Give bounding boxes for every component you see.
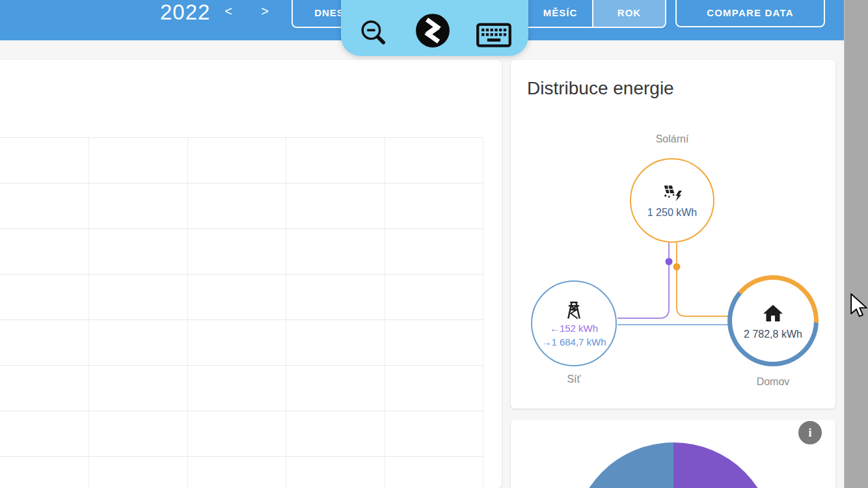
grid-vline bbox=[88, 137, 89, 488]
solar-to-home-line bbox=[677, 243, 731, 316]
period-button-year[interactable]: ROK bbox=[592, 0, 665, 27]
flow-dot-purple bbox=[666, 258, 673, 265]
grid-hline bbox=[0, 456, 483, 457]
remote-desktop-icon bbox=[415, 13, 450, 48]
home-label: Domov bbox=[727, 376, 819, 388]
arrow-left-icon: ← bbox=[550, 323, 560, 334]
previous-year-button[interactable]: < bbox=[219, 4, 238, 19]
grid-hline bbox=[0, 411, 483, 411]
keyboard-button[interactable] bbox=[476, 22, 511, 48]
card-title: Distribuce energie bbox=[527, 78, 674, 99]
info-icon: i bbox=[808, 426, 811, 440]
grid-node: ←152 kWh →1 684,7 kWh bbox=[531, 280, 617, 366]
chevron-right-icon: > bbox=[261, 4, 269, 18]
home-value: 2 782,8 kWh bbox=[744, 329, 802, 340]
period-button-month[interactable]: MĚSÍC bbox=[527, 0, 592, 27]
donut-chart bbox=[573, 442, 774, 488]
home-icon bbox=[761, 302, 785, 325]
zoom-out-icon bbox=[358, 17, 389, 48]
grid-hline bbox=[0, 274, 483, 275]
scrollbar[interactable] bbox=[844, 0, 868, 488]
solar-label: Solární bbox=[630, 133, 714, 145]
keyboard-icon bbox=[476, 22, 511, 48]
grid-hline bbox=[0, 228, 483, 229]
flow-dot-orange bbox=[673, 264, 681, 271]
grid-hline bbox=[0, 319, 483, 320]
grid-vline bbox=[286, 137, 286, 488]
chart-card bbox=[0, 60, 502, 488]
grid-label: Síť bbox=[531, 373, 617, 385]
grid-hline bbox=[0, 137, 483, 138]
transmission-tower-icon bbox=[562, 298, 586, 321]
home-node: 2 782,8 kWh bbox=[727, 275, 819, 366]
remote-desktop-button[interactable] bbox=[415, 13, 450, 48]
grid-vline bbox=[483, 137, 483, 488]
app-root: 2022 < > DNES MĚSÍC ROK COMPARE DATA bbox=[0, 0, 868, 488]
info-button[interactable]: i bbox=[798, 421, 822, 444]
grid-vline bbox=[385, 137, 385, 488]
chevron-left-icon: < bbox=[224, 4, 232, 18]
compare-data-button[interactable]: COMPARE DATA bbox=[675, 0, 825, 27]
next-year-button[interactable]: > bbox=[255, 4, 275, 19]
donut-card: i bbox=[511, 420, 835, 488]
solar-value: 1 250 kWh bbox=[647, 207, 697, 219]
solar-node: 1 250 kWh bbox=[630, 158, 714, 243]
mouse-cursor-icon bbox=[850, 293, 868, 318]
remote-session-toolbar bbox=[341, 0, 528, 56]
grid-hline bbox=[0, 365, 483, 366]
arrow-right-icon: → bbox=[541, 336, 551, 347]
grid-vline bbox=[187, 137, 188, 488]
home-node-inner: 2 782,8 kWh bbox=[732, 280, 814, 362]
solar-to-grid-line bbox=[617, 243, 669, 318]
year-label: 2022 bbox=[160, 0, 210, 25]
grid-import-row: →1 684,7 kWh bbox=[541, 335, 606, 349]
grid-import-value: 1 684,7 kWh bbox=[551, 336, 606, 347]
energy-distribution-card: Distribuce energie Solární 1 250 kWh bbox=[511, 60, 835, 409]
zoom-out-button[interactable] bbox=[358, 17, 389, 48]
grid-export-row: ←152 kWh bbox=[550, 321, 598, 335]
grid-export-value: 152 kWh bbox=[560, 323, 598, 334]
solar-power-icon bbox=[660, 183, 685, 204]
grid-hline bbox=[0, 183, 483, 183]
